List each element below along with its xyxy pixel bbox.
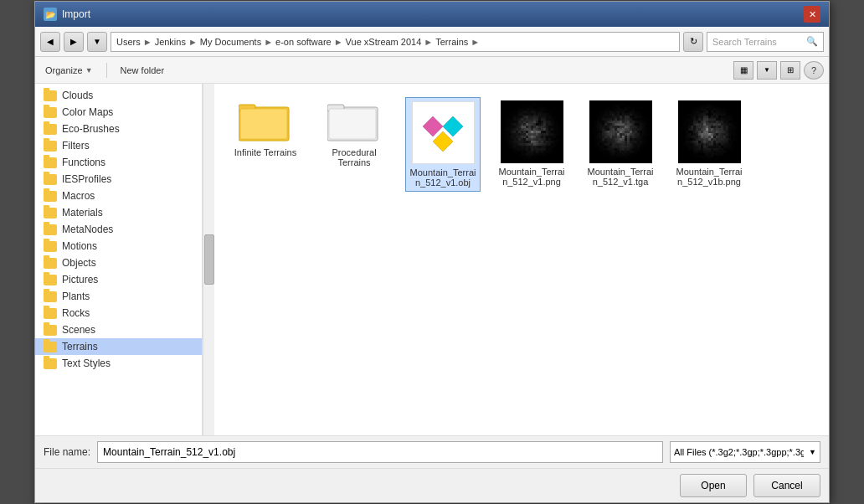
sidebar: Clouds Color Maps Eco-Brushes Filters Fu…: [35, 84, 203, 435]
folder-icon-rocks: [44, 308, 57, 319]
open-button[interactable]: Open: [680, 474, 747, 497]
filename-input[interactable]: [97, 441, 663, 463]
sidebar-label-plants: Plants: [62, 291, 90, 302]
file-name-infinite-terrains: Infinite Terrains: [234, 147, 296, 157]
path-vue: Vue xStream 2014: [346, 37, 422, 47]
filetype-arrow: ▼: [809, 448, 816, 456]
sidebar-label-colormaps: Color Maps: [62, 106, 113, 118]
organize-label: Organize: [45, 65, 83, 75]
folder-icon-materials: [44, 208, 57, 219]
forward-button[interactable]: ▶: [64, 32, 84, 52]
sidebar-item-materials[interactable]: Materials: [35, 204, 202, 221]
filetype-dropdown[interactable]: All Files (*.3g2;*.3gp;*.3gpp;*.3g ▼: [670, 441, 820, 463]
folder-svg-procedural: [327, 100, 381, 144]
sidebar-label-motions: Motions: [62, 240, 97, 252]
toolbar: Organize ▼ New folder ▦ ▼ ⊞ ?: [35, 57, 829, 84]
sidebar-label-rocks: Rocks: [62, 307, 90, 319]
file-item-mountain-png[interactable]: Mountain_Terrain_512_v1.png: [494, 97, 569, 190]
sidebar-item-clouds[interactable]: Clouds: [35, 87, 202, 104]
import-dialog: 📂 Import ✕ ◀ ▶ ▼ Users ► Jenkins ► My Do…: [34, 1, 830, 503]
help-button[interactable]: ?: [804, 61, 824, 80]
sidebar-item-scenes[interactable]: Scenes: [35, 321, 202, 338]
path-eon: e-on software: [275, 37, 332, 47]
svg-marker-8: [433, 131, 453, 152]
folder-icon-ecobrushes: [44, 124, 57, 135]
sidebar-label-materials: Materials: [62, 207, 103, 219]
sidebar-label-filters: Filters: [62, 140, 90, 152]
file-name-mountain-tga: Mountain_Terrain_512_v1.tga: [588, 167, 654, 187]
sidebar-label-textstyles: Text Styles: [62, 357, 111, 369]
folder-icon-scenes: [44, 325, 57, 336]
sidebar-label-clouds: Clouds: [62, 90, 93, 101]
sidebar-item-objects[interactable]: Objects: [35, 255, 202, 271]
path-jenkins: Jenkins: [155, 37, 186, 47]
sidebar-item-ecobrushes[interactable]: Eco-Brushes: [35, 121, 202, 137]
dialog-icon: 📂: [44, 8, 57, 21]
sidebar-item-pictures[interactable]: Pictures: [35, 271, 202, 288]
refresh-button[interactable]: ↻: [683, 32, 703, 52]
folder-icon-iesprofiles: [44, 174, 57, 185]
organize-arrow: ▼: [85, 66, 93, 75]
sidebar-item-metanodes[interactable]: MetaNodes: [35, 221, 202, 238]
sidebar-item-colormaps[interactable]: Color Maps: [35, 104, 202, 121]
folder-icon-filters: [44, 141, 57, 152]
folder-icon-motions: [44, 241, 57, 252]
folder-icon-metanodes: [44, 224, 57, 235]
sidebar-item-iesprofiles[interactable]: IESProfiles: [35, 171, 202, 188]
dropdown-button[interactable]: ▼: [87, 32, 107, 52]
folder-icon-functions: [44, 157, 57, 168]
sidebar-item-motions[interactable]: Motions: [35, 238, 202, 255]
right-toolbar: ▦ ▼ ⊞ ?: [733, 61, 824, 80]
folder-svg-infinite: [239, 100, 292, 144]
view-arrow-button[interactable]: ▼: [757, 61, 777, 80]
sidebar-item-rocks[interactable]: Rocks: [35, 305, 202, 321]
address-path[interactable]: Users ► Jenkins ► My Documents ► e-on so…: [111, 32, 680, 52]
view-button[interactable]: ▦: [733, 61, 753, 80]
layout-button[interactable]: ⊞: [780, 61, 800, 80]
new-folder-button[interactable]: New folder: [116, 63, 170, 78]
file-name-procedural-terrains: Procedural Terrains: [320, 147, 388, 167]
terrain-thumb-png-b: [678, 100, 741, 163]
toolbar-separator: [106, 63, 107, 78]
close-button[interactable]: ✕: [804, 6, 820, 23]
file-item-procedural-terrains[interactable]: Procedural Terrains: [316, 97, 392, 171]
address-bar: ◀ ▶ ▼ Users ► Jenkins ► My Documents ► e…: [35, 27, 829, 57]
sidebar-label-metanodes: MetaNodes: [62, 224, 113, 235]
terrain-thumb-tga: [589, 100, 652, 163]
file-name-mountain-png-b: Mountain_Terrain_512_v1b.png: [676, 167, 743, 187]
folder-icon-textstyles: [44, 358, 57, 369]
scrollbar-thumb[interactable]: [204, 234, 214, 285]
sidebar-label-ecobrushes: Eco-Brushes: [62, 123, 120, 135]
path-users: Users: [116, 37, 141, 47]
sidebar-item-plants[interactable]: Plants: [35, 288, 202, 305]
folder-icon-pictures: [44, 275, 57, 285]
search-box[interactable]: Search Terrains 🔍: [707, 32, 824, 52]
svg-marker-6: [423, 116, 443, 136]
organize-button[interactable]: Organize ▼: [40, 63, 98, 78]
action-row: Open Cancel: [35, 468, 829, 502]
sidebar-scrollbar[interactable]: [203, 84, 214, 435]
path-terrains: Terrains: [435, 37, 468, 47]
back-button[interactable]: ◀: [40, 32, 60, 52]
svg-rect-5: [329, 109, 376, 139]
file-item-mountain-tga[interactable]: Mountain_Terrain_512_v1.tga: [583, 97, 658, 190]
sidebar-label-macros: Macros: [62, 190, 95, 202]
file-item-infinite-terrains[interactable]: Infinite Terrains: [228, 97, 303, 161]
filename-row: File name: All Files (*.3g2;*.3gp;*.3gpp…: [35, 435, 829, 468]
new-folder-label: New folder: [121, 65, 165, 75]
folder-icon-plants: [44, 291, 57, 302]
sidebar-label-terrains: Terrains: [62, 341, 98, 352]
terrain-thumb-png: [501, 100, 563, 163]
sidebar-item-functions[interactable]: Functions: [35, 154, 202, 171]
sidebar-label-objects: Objects: [62, 257, 96, 269]
main-content: Infinite Terrains Procedural Terrains: [214, 84, 829, 435]
sidebar-item-macros[interactable]: Macros: [35, 188, 202, 204]
cancel-button[interactable]: Cancel: [753, 474, 820, 497]
file-item-mountain-obj[interactable]: Mountain_Terrain_512_v1.obj: [405, 97, 481, 192]
file-item-mountain-png-b[interactable]: Mountain_Terrain_512_v1b.png: [671, 97, 747, 190]
sidebar-item-filters[interactable]: Filters: [35, 137, 202, 154]
sidebar-item-terrains[interactable]: Terrains: [35, 338, 202, 355]
sidebar-item-textstyles[interactable]: Text Styles: [35, 355, 202, 372]
obj-file-icon: [412, 101, 475, 164]
sidebar-label-pictures: Pictures: [62, 274, 98, 285]
